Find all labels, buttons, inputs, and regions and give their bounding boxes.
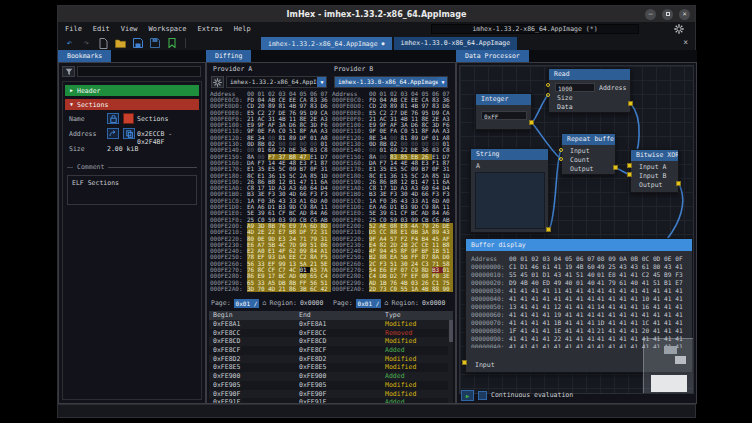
home-icon[interactable]: ⌂ xyxy=(262,299,266,307)
menu-item-workspace[interactable]: Workspace xyxy=(149,25,187,33)
chevron-down-icon[interactable]: ▼ xyxy=(438,76,448,88)
restore-icon[interactable] xyxy=(662,9,673,20)
bookmark-entry-header[interactable]: ▶Header xyxy=(65,85,199,96)
hex-byte[interactable]: 42 xyxy=(321,286,332,292)
current-file-box[interactable]: imhex-1.33.2-x86_64.AppImage (*) xyxy=(431,24,639,34)
node-bitwise-xor[interactable]: Bitwise XOR Input A Input B Output xyxy=(630,149,679,193)
provider-a-select[interactable]: imhex-1.33.2-x86_64.AppIma ▼ xyxy=(226,76,327,88)
table-row[interactable]: 0xFE90F0xFE90FModified xyxy=(209,390,453,399)
bookmark-color-swatch[interactable] xyxy=(123,113,134,124)
menu-item-help[interactable]: Help xyxy=(234,25,251,33)
node-string[interactable]: String A xyxy=(470,148,549,233)
read-size-pin[interactable] xyxy=(546,93,550,97)
settings-gear-icon[interactable] xyxy=(674,24,684,34)
undo-icon[interactable]: ↶ xyxy=(64,38,75,49)
hex-view-provider-a[interactable]: Address0001020304050607000FE0C0:FD04ABCE… xyxy=(210,90,332,295)
table-row[interactable]: 0xFE91F0xFE91FAdded xyxy=(209,398,453,403)
continuous-evaluation-checkbox[interactable] xyxy=(478,391,487,400)
hex-byte[interactable]: 6C xyxy=(310,286,321,292)
redo-icon[interactable]: ↷ xyxy=(81,38,92,49)
run-icon[interactable]: ▶ xyxy=(461,390,474,401)
tab-bookmarks[interactable]: Bookmarks xyxy=(58,50,111,62)
page-input[interactable]: 0x01 / xyxy=(234,299,260,308)
copy-address-icon[interactable] xyxy=(123,128,135,139)
table-row[interactable]: 0xFE8CC0xFE8CCRemoved xyxy=(209,329,453,338)
read-address-pin[interactable] xyxy=(546,83,550,87)
page-input[interactable]: 0x01 / xyxy=(356,299,382,308)
comment-textarea[interactable]: ELF Sections xyxy=(67,175,197,205)
xor-input-b-pin[interactable] xyxy=(627,172,632,177)
tab-data-processor[interactable]: Data Processor xyxy=(456,50,529,62)
node-read[interactable]: Read 1000 Address Size Data xyxy=(548,68,631,113)
string-output-pin[interactable] xyxy=(546,227,551,232)
lock-icon[interactable] xyxy=(107,113,119,124)
hex-byte[interactable]: 2D xyxy=(369,286,380,292)
open-file-icon[interactable] xyxy=(115,38,126,49)
repeat-input-pin[interactable] xyxy=(559,148,563,152)
hex-byte[interactable]: 3D xyxy=(247,286,258,292)
scrollbar-thumb[interactable] xyxy=(449,320,453,342)
menu-item-edit[interactable]: Edit xyxy=(93,25,110,33)
menu-item-file[interactable]: File xyxy=(65,25,82,33)
chevron-down-icon[interactable]: ▼ xyxy=(317,76,327,88)
node-integer[interactable]: Integer 0xFF xyxy=(475,93,532,130)
document-tab[interactable]: imhex-1.33.2-x86_64.AppImage● xyxy=(261,37,392,50)
filter-icon[interactable] xyxy=(62,66,75,77)
title-bar[interactable]: ImHex - imhex-1.33.2-x86_64.AppImage – × xyxy=(58,6,695,22)
table-scrollbar[interactable] xyxy=(448,320,453,403)
hex-byte[interactable]: 3B xyxy=(300,286,311,292)
hex-byte[interactable]: 4B xyxy=(422,286,433,292)
repeat-output-pin[interactable] xyxy=(613,165,618,170)
integer-value-input[interactable]: 0xFF xyxy=(481,111,527,120)
table-row[interactable]: 0xFE9050xFE905Modified xyxy=(209,381,453,390)
node-minimap[interactable] xyxy=(643,338,694,394)
bookmark-entry-sections[interactable]: ▼Sections xyxy=(65,99,199,110)
close-icon[interactable]: × xyxy=(679,9,690,20)
table-row[interactable]: 0xFE8CD0xFE8CDModified xyxy=(209,337,453,346)
integer-output-pin[interactable] xyxy=(529,120,534,125)
node-repeat-buffer[interactable]: Repeat buffer Input Count Output xyxy=(561,133,616,175)
string-text-area[interactable] xyxy=(475,172,545,229)
hex-byte[interactable]: 90 xyxy=(443,286,454,292)
save-as-icon[interactable] xyxy=(149,38,160,49)
table-header[interactable]: Begin End Type xyxy=(209,311,453,320)
bookmark-create-icon[interactable] xyxy=(166,38,177,49)
hex-byte[interactable]: 55 xyxy=(401,286,412,292)
xor-input-a-pin[interactable] xyxy=(627,163,632,168)
table-row[interactable]: 0xFE8D20xFE8D2Modified xyxy=(209,355,453,364)
save-icon[interactable] xyxy=(132,38,143,49)
repeat-count-pin[interactable] xyxy=(559,157,563,161)
node-canvas[interactable]: Read 1000 Address Size Data Integer 0xFF… xyxy=(459,65,694,394)
hex-byte[interactable]: 21 xyxy=(279,286,290,292)
table-row[interactable]: 0xFE8E50xFE8E5Modified xyxy=(209,363,453,372)
buffer-input-pin[interactable] xyxy=(462,360,467,365)
home-icon[interactable]: ⌂ xyxy=(384,299,388,307)
jump-to-address-icon[interactable] xyxy=(107,128,119,139)
hex-byte[interactable]: 73 xyxy=(380,286,391,292)
create-file-icon[interactable] xyxy=(98,38,109,49)
provider-b-select[interactable]: imhex-1.33.0-x86_64.AppImage ▼ xyxy=(334,76,448,88)
document-tab[interactable]: imhex-1.33.0-x86_64.AppImage xyxy=(394,37,518,50)
hex-byte[interactable]: C0 xyxy=(390,286,401,292)
hex-byte[interactable]: 4D xyxy=(268,286,279,292)
tab-diffing[interactable]: Diffing xyxy=(206,50,251,62)
hex-byte[interactable]: 86 xyxy=(289,286,300,292)
table-cell: Modified xyxy=(381,363,453,372)
read-address-input[interactable]: 1000 xyxy=(555,83,595,92)
hex-view-provider-b[interactable]: Address0001020304050607000FE0C0:FD04ABCE… xyxy=(332,90,454,295)
hex-byte[interactable]: 88 xyxy=(432,286,443,292)
xor-output-pin[interactable] xyxy=(676,181,681,186)
table-row[interactable]: 0xFE8CF0xFE8CFAdded xyxy=(209,346,453,355)
menu-item-extras[interactable]: Extras xyxy=(198,25,223,33)
hex-byte[interactable]: 70 xyxy=(258,286,269,292)
minimize-icon[interactable]: – xyxy=(645,9,656,20)
tab-close-icon[interactable]: × xyxy=(683,39,688,47)
read-data-output-pin[interactable] xyxy=(628,101,633,106)
diff-settings-gear-icon[interactable] xyxy=(211,76,224,88)
hex-byte[interactable]: 1A xyxy=(411,286,422,292)
buffer-hex-row: 00000020:D9 4B 40 ED 49 40 01 4041 79 61… xyxy=(471,279,689,287)
table-row[interactable]: 0xFE9000xFE900Added xyxy=(209,372,453,381)
menu-item-view[interactable]: View xyxy=(121,25,138,33)
bookmark-filter-input[interactable] xyxy=(77,66,201,77)
table-row[interactable]: 0xFE8A10xFE8A1Modified xyxy=(209,320,453,329)
